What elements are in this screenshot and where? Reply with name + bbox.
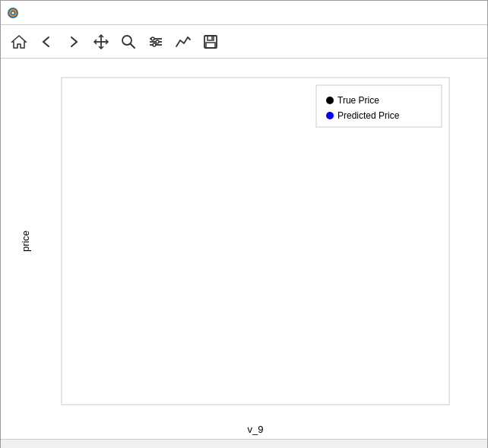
curves-icon xyxy=(175,33,192,50)
svg-point-2 xyxy=(12,11,14,14)
title-bar-left xyxy=(7,7,24,19)
legend-predicted-dot xyxy=(326,112,334,119)
legend-predicted-label: Predicted Price xyxy=(337,110,400,121)
home-button[interactable] xyxy=(7,30,31,54)
toolbar xyxy=(1,25,487,59)
app-icon xyxy=(7,7,19,19)
legend-true-dot xyxy=(326,97,334,104)
close-button[interactable] xyxy=(467,6,481,20)
main-window: True Price Predicted Price v_9 price xyxy=(0,0,488,448)
chart-area: True Price Predicted Price v_9 price xyxy=(1,59,487,439)
save-icon xyxy=(202,33,219,50)
svg-rect-15 xyxy=(208,36,214,40)
title-bar xyxy=(1,1,487,25)
svg-line-7 xyxy=(131,43,135,48)
svg-point-13 xyxy=(153,43,156,46)
maximize-button[interactable] xyxy=(448,6,461,20)
y-axis-label: price xyxy=(20,230,31,252)
back-icon xyxy=(38,33,55,50)
scatter-plot[interactable]: True Price Predicted Price v_9 price xyxy=(20,66,468,439)
save-button[interactable] xyxy=(198,30,223,54)
forward-button[interactable] xyxy=(62,30,86,54)
pan-icon xyxy=(93,33,109,50)
configure-button[interactable] xyxy=(144,30,168,54)
zoom-button[interactable] xyxy=(116,30,141,54)
svg-marker-3 xyxy=(12,36,26,48)
configure-icon xyxy=(147,33,164,50)
forward-icon xyxy=(65,33,82,50)
title-bar-controls xyxy=(428,6,481,20)
zoom-icon xyxy=(120,33,137,50)
status-bar xyxy=(1,439,487,448)
svg-rect-16 xyxy=(206,43,215,48)
legend-true-label: True Price xyxy=(337,95,379,106)
pan-button[interactable] xyxy=(89,30,113,54)
x-axis-label: v_9 xyxy=(248,424,264,435)
subplots-button[interactable] xyxy=(171,30,195,54)
home-icon xyxy=(11,33,27,50)
back-button[interactable] xyxy=(34,30,59,54)
svg-point-12 xyxy=(156,40,159,43)
minimize-button[interactable] xyxy=(428,6,442,20)
svg-point-11 xyxy=(151,37,154,40)
